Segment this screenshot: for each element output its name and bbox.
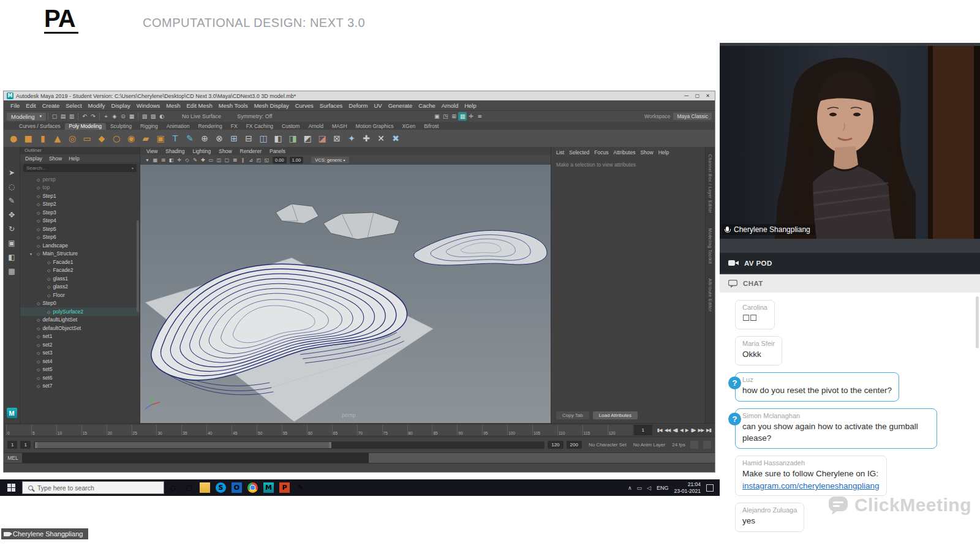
shelf-tool-icon[interactable]: ◪ [315, 132, 329, 145]
language-indicator[interactable]: ENG [657, 485, 669, 491]
outliner-node[interactable]: Facade1 [20, 258, 140, 266]
viewport-dropdown[interactable]: VCS: generic ▾ [311, 157, 349, 163]
shelf-tab[interactable]: Arnold [304, 123, 328, 130]
status-tool-icon[interactable]: ⌖ [102, 112, 110, 121]
anim-prefs-icon[interactable] [703, 441, 711, 449]
outliner-node[interactable]: Step4 [20, 217, 140, 225]
shelf-tool-icon[interactable]: ✚ [360, 132, 373, 145]
outliner-node[interactable]: Step3 [20, 208, 140, 217]
toolbox-tool-icon[interactable]: ✎ [9, 197, 15, 205]
menu-item[interactable]: Cache [415, 102, 438, 109]
taskbar-app-icon[interactable]: ✎ [295, 482, 306, 493]
outliner-node[interactable]: Step0 [20, 299, 140, 308]
outliner-menu-item[interactable]: Display [25, 156, 42, 162]
shelf-tab[interactable]: Rendering [194, 123, 227, 130]
shelf-tool-icon[interactable]: ◆ [95, 132, 108, 145]
shelf-tab[interactable]: Bifrost [420, 123, 443, 130]
viewport-field-2[interactable]: 1.00 [290, 157, 304, 163]
shelf-tool-icon[interactable]: ⊠ [330, 132, 344, 145]
shelf-tab[interactable]: Curves / Surfaces [15, 123, 65, 130]
attribute-menu-item[interactable]: Attributes [613, 149, 635, 156]
tray-icon[interactable]: ∧ [628, 485, 632, 491]
menu-item[interactable]: Help [461, 102, 480, 109]
status-right-icon[interactable]: ⊞ [450, 112, 458, 121]
menu-item[interactable]: Curves [292, 102, 317, 109]
outliner-node[interactable]: Step5 [20, 225, 140, 233]
viewport-tool-icon[interactable]: ▢ [223, 156, 231, 164]
attribute-button[interactable]: Load Attributes [593, 411, 638, 419]
shelf-tab[interactable]: FX [227, 123, 242, 130]
outliner-node[interactable]: Main_Structure [20, 250, 140, 258]
outliner-node[interactable]: set6 [20, 373, 140, 382]
playback-button[interactable]: ◀◀ [665, 427, 671, 433]
symmetry-label[interactable]: Symmetry: Off [237, 113, 272, 119]
status-tool-icon[interactable]: ▤ [59, 112, 67, 121]
taskbar-app-icon[interactable]: ○ [168, 482, 178, 493]
toolbox-tool-icon[interactable]: ▦ [8, 267, 15, 276]
menu-item[interactable]: Mesh [163, 102, 183, 109]
viewport-tool-icon[interactable]: ✚ [199, 156, 207, 164]
outliner-node[interactable]: set1 [20, 332, 140, 341]
attribute-menu-item[interactable]: Focus [594, 149, 608, 156]
chat-message-list[interactable]: ClickMeeting ? Carolina ☐☐ ? Maria Sfeir [720, 293, 980, 551]
shelf-tab[interactable]: Custom [277, 123, 304, 130]
viewport-tool-icon[interactable]: ✛ [175, 156, 183, 164]
attribute-menu-item[interactable]: Selected [569, 149, 589, 156]
attribute-button[interactable]: Copy Tab [556, 411, 589, 419]
playback-button[interactable]: ▮◀ [657, 427, 662, 433]
viewport-tool-icon[interactable]: ◫ [215, 156, 223, 164]
shelf-tab[interactable]: Rigging [136, 123, 162, 130]
shelf-tool-icon[interactable]: ○ [110, 132, 123, 145]
outliner-menu-item[interactable]: Show [49, 156, 62, 162]
outliner-node[interactable]: Facade2 [20, 266, 140, 275]
status-tool-icon[interactable] [78, 113, 78, 120]
viewport-tool-icon[interactable]: ▾ [143, 156, 151, 164]
playback-button[interactable]: ▮▶ [691, 427, 696, 433]
anim-start-field[interactable]: 1 [7, 441, 17, 449]
panel-tab-vertical[interactable]: Channel Box / Layer Editor [708, 154, 712, 214]
status-right-icon[interactable]: ◳ [441, 112, 450, 121]
taskbar-app-icon[interactable]: ▢ [184, 482, 194, 493]
start-button[interactable] [0, 479, 22, 496]
shelf-tool-icon[interactable]: ⊞ [227, 132, 241, 145]
anim-layer-selector[interactable]: No Anim Layer [633, 442, 665, 448]
playback-start-field[interactable]: 1 [20, 441, 30, 449]
status-right-icon[interactable]: ▣ [432, 112, 441, 121]
viewport-tool-icon[interactable]: ✎ [191, 156, 199, 164]
outliner-node[interactable]: Step6 [20, 233, 140, 242]
menu-item[interactable]: Deform [345, 102, 371, 109]
outliner-node[interactable]: defaultLightSet [20, 316, 140, 324]
shelf-tab[interactable]: FX Caching [242, 123, 277, 130]
outliner-node[interactable]: Step1 [20, 192, 140, 200]
expand-arrow-icon[interactable] [30, 252, 34, 256]
maya-titlebar[interactable]: M Autodesk Maya 2019 - Student Version: … [4, 91, 715, 100]
panel-menu-item[interactable]: Show [219, 148, 232, 154]
shelf-tool-icon[interactable]: ◩ [301, 132, 314, 145]
viewport-tool-icon[interactable]: ⊞ [159, 156, 167, 164]
outliner-node[interactable]: Floor [20, 291, 140, 299]
viewport-3d[interactable]: persp [140, 165, 551, 423]
toolbox-tool-icon[interactable]: ✥ [9, 211, 15, 219]
outliner-tab[interactable]: Outliner [20, 147, 140, 154]
shelf-tab[interactable]: Animation [162, 123, 194, 130]
playback-end-field[interactable]: 120 [548, 441, 563, 449]
menu-item[interactable]: Mesh Tools [216, 102, 251, 109]
shelf-tool-icon[interactable]: ◧ [271, 132, 285, 145]
current-frame-field[interactable]: 1 [634, 425, 652, 435]
mel-label[interactable]: MEL [4, 453, 22, 463]
shelf-tab[interactable]: XGen [398, 123, 420, 130]
fps-selector[interactable]: 24 fps [672, 442, 685, 448]
shelf-tool-icon[interactable]: ▭ [80, 132, 94, 145]
outliner-node[interactable]: Step2 [20, 200, 140, 209]
playback-button[interactable]: ▶ [685, 427, 688, 433]
taskbar-app-icon[interactable] [247, 482, 258, 493]
shelf-tool-icon[interactable]: ⊟ [242, 132, 255, 145]
command-input[interactable] [22, 453, 369, 463]
shelf-tool-icon[interactable]: ⊕ [198, 132, 211, 145]
range-slider[interactable] [34, 441, 545, 449]
shelf-tool-icon[interactable]: ● [7, 132, 20, 145]
timeline-ticks[interactable]: 0510152025303540455055606570758085909510… [6, 425, 633, 435]
outliner-node[interactable]: persp [20, 175, 140, 184]
menu-item[interactable]: Edit [23, 102, 39, 109]
status-tool-icon[interactable]: ▢ [50, 112, 59, 121]
